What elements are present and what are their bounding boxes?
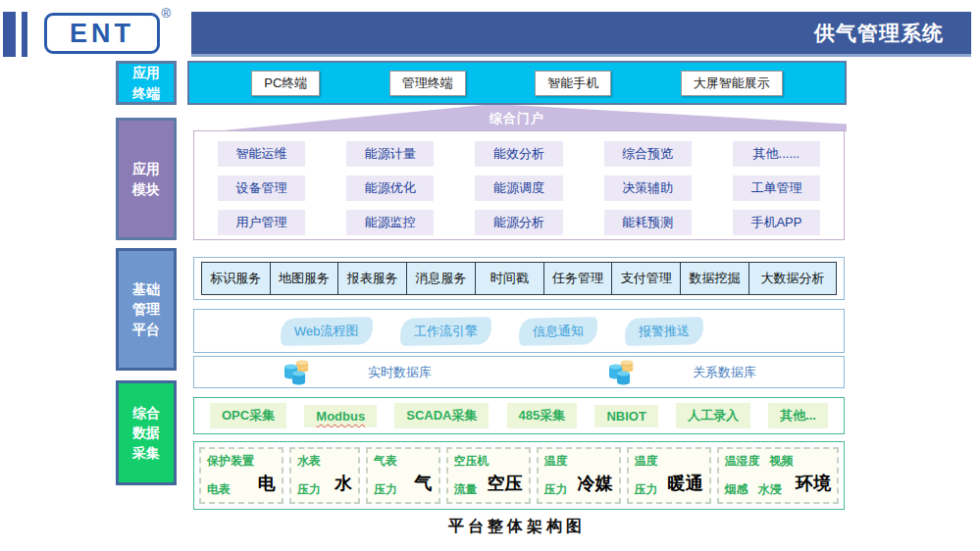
device-cell: 温湿度视频 烟感水浸 环境 <box>717 447 840 504</box>
section-label-collection: 综合数据采集 <box>116 380 177 485</box>
service-cell: 消息服务 <box>406 262 476 295</box>
module-item: 工单管理 <box>733 175 820 201</box>
device-signals: 温度 压力 <box>544 451 574 500</box>
section-label-platform: 基础管理平台 <box>116 248 177 371</box>
device-signal-line: 电表 <box>207 481 254 498</box>
device-signal-label: 电表 <box>207 481 231 498</box>
device-signals: 气表 压力 <box>374 451 411 500</box>
module-item: 其他...... <box>733 141 820 167</box>
module-item: 手机APP <box>733 210 820 235</box>
terminal-item: PC终端 <box>251 71 320 96</box>
device-category: 环境 <box>796 472 831 495</box>
device-signal-label: 气表 <box>374 453 397 470</box>
engine-tag: 报警推送 <box>624 317 702 345</box>
database-group: 实时数据库 <box>194 357 519 387</box>
device-signal-line: 压力 <box>297 481 331 498</box>
device-cell: 气表 压力 气 <box>366 447 440 504</box>
protocol-item: 其他... <box>768 403 828 428</box>
terminal-item: 大屏智能展示 <box>681 71 783 96</box>
device-signal-line: 烟感水浸 <box>725 481 793 498</box>
protocol-item: SCADA采集 <box>394 403 489 428</box>
engine-tag: Web流程图 <box>281 317 373 346</box>
platform-architecture-diagram: ENT ® 供气管理系统 应用终端 应用模块 基础管理平台 综合数据采集 PC终… <box>0 0 980 551</box>
engine-tag: 工作流引擎 <box>399 317 490 346</box>
modules-panel: 智能运维能源计量能效分析综合预览其他......设备管理能源优化能源调度决策辅助… <box>193 130 845 240</box>
service-cell: 地图服务 <box>270 262 339 295</box>
device-signal-label: 水浸 <box>758 481 782 498</box>
diagram-caption: 平台整体架构图 <box>187 517 847 537</box>
device-category: 电 <box>258 472 276 495</box>
device-signals: 温湿度视频 烟感水浸 <box>725 451 793 500</box>
service-cell: 任务管理 <box>543 262 613 295</box>
device-category: 冷媒 <box>578 472 613 495</box>
service-cell: 标识服务 <box>201 262 271 295</box>
device-cell: 水表 压力 水 <box>289 447 360 504</box>
device-signals: 温度 压力 <box>635 451 664 500</box>
section-label-modules: 应用模块 <box>116 118 177 240</box>
databases-panel: 实时数据库 关系数据库 <box>193 356 845 388</box>
device-signal-label: 流量 <box>454 481 478 498</box>
device-signal-label: 水表 <box>297 453 321 470</box>
device-signal-line: 气表 <box>374 453 411 470</box>
device-cell: 温度 压力 冷媒 <box>537 447 621 504</box>
device-signal-label: 温湿度 <box>725 453 760 470</box>
device-signal-label: 视频 <box>770 453 794 470</box>
database-icon <box>606 359 636 386</box>
services-panel: 标识服务地图服务报表服务消息服务时间戳任务管理支付管理数据挖掘大数据分析 <box>193 257 845 300</box>
module-item: 能源计量 <box>346 141 434 167</box>
registered-trademark-icon: ® <box>161 6 171 21</box>
portal-label: 综合门户 <box>490 110 544 127</box>
device-signals: 保护装置 电表 <box>207 451 254 500</box>
module-item: 能源优化 <box>346 175 434 201</box>
device-category: 暖通 <box>668 472 703 495</box>
database-label: 实时数据库 <box>368 364 432 381</box>
protocol-item: 人工录入 <box>676 403 750 428</box>
service-cell: 数据挖掘 <box>680 262 749 295</box>
module-item: 能效分析 <box>475 141 562 167</box>
device-category: 气 <box>415 472 433 495</box>
company-logo: ENT ® <box>44 13 160 54</box>
section-label-terminals: 应用终端 <box>116 61 177 105</box>
module-item: 能耗预测 <box>604 210 692 235</box>
device-signal-label: 烟感 <box>725 481 748 498</box>
devices-panel: 保护装置 电表 电 水表 压力 水 气表 压力 气 <box>193 441 845 510</box>
device-cell: 空压机 流量 空压 <box>446 447 531 504</box>
device-signal-line: 水表 <box>297 453 331 470</box>
device-cell: 温度 压力 暖通 <box>627 447 711 504</box>
system-title: 供气管理系统 <box>814 20 971 47</box>
module-item: 能源调度 <box>475 175 562 201</box>
protocol-item: NBIOT <box>594 405 657 427</box>
service-cell: 大数据分析 <box>748 262 837 295</box>
engine-tag: 信息通知 <box>518 317 596 345</box>
protocol-item: 485采集 <box>507 403 578 428</box>
logo-accent-bar <box>3 12 16 57</box>
logo-text: ENT <box>70 19 134 49</box>
terminal-item: 管理终端 <box>389 71 466 96</box>
protocols-panel: OPC采集ModbusSCADA采集485采集NBIOT人工录入其他... <box>193 397 845 434</box>
portal-band: 综合门户 <box>187 105 847 131</box>
device-signal-label: 保护装置 <box>207 453 254 470</box>
service-cell: 报表服务 <box>337 262 407 295</box>
device-signal-line: 压力 <box>635 481 664 498</box>
device-signal-label: 压力 <box>635 481 658 498</box>
module-item: 决策辅助 <box>604 175 692 201</box>
device-signals: 空压机 流量 <box>454 451 484 500</box>
service-cell: 支付管理 <box>611 262 681 295</box>
device-category: 空压 <box>488 472 523 495</box>
device-signal-line: 温度 <box>544 453 574 470</box>
protocol-item: OPC采集 <box>210 403 286 428</box>
device-signal-label: 压力 <box>374 481 397 498</box>
module-item: 设备管理 <box>218 175 305 201</box>
device-signal-line: 温湿度视频 <box>725 453 793 470</box>
terminals-band: PC终端管理终端智能手机大屏智能展示 <box>187 61 847 105</box>
device-signal-label: 温度 <box>544 453 568 470</box>
device-signals: 水表 压力 <box>297 451 331 500</box>
module-item: 能源监控 <box>346 210 434 235</box>
module-item: 能源分析 <box>475 210 562 235</box>
device-signal-line: 压力 <box>544 481 574 498</box>
device-signal-label: 温度 <box>635 453 658 470</box>
database-group: 关系数据库 <box>519 357 844 387</box>
database-label: 关系数据库 <box>693 364 756 381</box>
database-icon <box>282 359 311 386</box>
device-signal-label: 空压机 <box>454 453 490 470</box>
